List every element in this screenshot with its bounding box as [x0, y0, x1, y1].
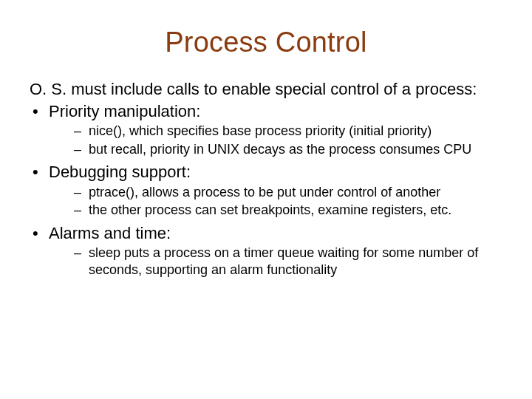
sub-item: nice(), which specifies base process pri… [74, 123, 502, 140]
slide: Process Control O. S. must include calls… [0, 0, 532, 399]
slide-body: O. S. must include calls to enable speci… [30, 79, 502, 278]
sub-list: ptrace(), allows a process to be put und… [49, 184, 502, 219]
sub-item: the other process can set breakpoints, e… [74, 202, 502, 219]
sub-item: but recall, priority in UNIX decays as t… [74, 141, 502, 158]
bullet-item: Debugging support: ptrace(), allows a pr… [30, 162, 502, 219]
bullet-label: Priority manipulation: [49, 102, 200, 120]
sub-item: ptrace(), allows a process to be put und… [74, 184, 502, 201]
bullet-list: Priority manipulation: nice(), which spe… [30, 101, 502, 279]
intro-text: O. S. must include calls to enable speci… [30, 79, 502, 100]
bullet-item: Alarms and time: sleep puts a process on… [30, 223, 502, 279]
bullet-label: Debugging support: [49, 163, 191, 181]
sub-item: sleep puts a process on a timer queue wa… [74, 245, 502, 278]
slide-title: Process Control [30, 27, 502, 58]
sub-list: sleep puts a process on a timer queue wa… [49, 245, 502, 278]
bullet-label: Alarms and time: [49, 224, 171, 242]
bullet-item: Priority manipulation: nice(), which spe… [30, 101, 502, 158]
sub-list: nice(), which specifies base process pri… [49, 123, 502, 157]
